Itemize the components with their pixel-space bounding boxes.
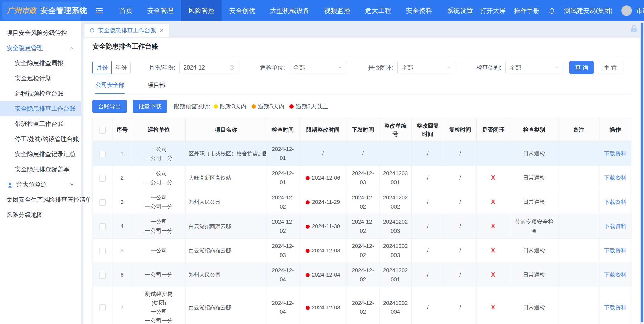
export-button[interactable]: 台账导出 xyxy=(92,100,127,113)
legend-item: 逾期5天内 xyxy=(252,103,284,110)
legend-dot xyxy=(252,104,256,109)
sidebar-item[interactable]: 项目安全风险分级管控 xyxy=(0,25,81,40)
download-link[interactable]: 下载资料 xyxy=(604,247,626,254)
column-header: 检查时间 xyxy=(266,118,299,142)
sidebar-item[interactable]: 安全隐患排查记录汇总 xyxy=(0,147,81,162)
row-checkbox[interactable] xyxy=(99,248,106,254)
period-year-button[interactable]: 年份 xyxy=(111,61,131,74)
chevron-down-icon xyxy=(554,65,559,70)
app-title: 安全管理系统 xyxy=(40,6,87,16)
sidebar-item[interactable]: 危大危险源 xyxy=(0,177,81,192)
nav-item[interactable]: 大型机械设备 xyxy=(263,0,317,21)
open-bigscreen-link[interactable]: 打开大屏 xyxy=(480,7,506,15)
period-month-button[interactable]: 月份 xyxy=(92,61,112,74)
tab-project-dept[interactable]: 项目部 xyxy=(148,81,165,94)
row-checkbox[interactable] xyxy=(99,199,106,206)
sidebar-item[interactable]: 集团安全生产风险排查管控清单 xyxy=(0,192,81,207)
row-checkbox[interactable] xyxy=(99,304,106,311)
nav-item[interactable]: 首页 xyxy=(112,0,140,21)
column-header: 是否闭环 xyxy=(476,118,510,142)
sidebar-item-label: 安全巡检计划 xyxy=(15,74,51,82)
sidebar-item-label: 安全隐患排查覆盖率 xyxy=(15,165,69,173)
reset-button[interactable]: 重 置 xyxy=(598,61,623,74)
page-title: 安全隐患排查工作台账 xyxy=(92,38,631,55)
avatar[interactable] xyxy=(621,5,632,16)
dept-tabs: 公司安全部 项目部 xyxy=(92,81,631,94)
unit-label: 巡检单位: xyxy=(260,64,285,72)
sidebar-item-label: 危大危险源 xyxy=(16,180,47,189)
lock-icon[interactable] xyxy=(629,24,638,34)
nav-item[interactable]: 安全创优 xyxy=(222,0,263,21)
download-link[interactable]: 下载资料 xyxy=(604,175,626,181)
tab-company-safety[interactable]: 公司安全部 xyxy=(95,81,125,94)
closed-status: X xyxy=(476,166,510,190)
vertical-scrollbar[interactable] xyxy=(641,23,643,322)
row-checkbox[interactable] xyxy=(99,151,106,157)
notifications-bell-icon[interactable] xyxy=(548,7,556,14)
tab-close-icon[interactable]: ✕ xyxy=(159,27,164,33)
row-checkbox[interactable] xyxy=(99,223,106,230)
toolbar: 台账导出 批量下载 限期预警说明: 限期3天内逾期5天内逾期5天以上 xyxy=(92,100,631,113)
overdue-dot xyxy=(306,200,310,204)
select-all-checkbox[interactable] xyxy=(99,127,106,134)
sidebar-item[interactable]: 风险分级地图 xyxy=(0,207,81,222)
refresh-icon[interactable] xyxy=(89,28,95,33)
nav-item[interactable]: 系统设置 xyxy=(439,0,480,21)
overdue-dot xyxy=(306,306,310,310)
closed-status: X xyxy=(476,214,510,239)
sidebar-item[interactable]: 安全隐患排查周报 xyxy=(0,56,81,71)
header-actions: 打开大屏 操作手册 测试建安易(集团) 市政集团安全部 xyxy=(480,5,644,16)
download-link[interactable]: 下载资料 xyxy=(604,272,626,278)
chevron-up-icon xyxy=(69,45,75,51)
closed-status: X xyxy=(476,190,510,214)
month-picker[interactable]: 2024-12 xyxy=(179,61,239,74)
unit-select[interactable]: 全部 xyxy=(289,61,347,74)
row-checkbox[interactable] xyxy=(99,175,106,182)
divider xyxy=(83,55,640,55)
sidebar-item-label: 带班检查工作台账 xyxy=(15,120,63,128)
search-button[interactable]: 查 询 xyxy=(569,61,594,74)
download-link[interactable]: 下载资料 xyxy=(604,304,626,311)
sidebar-item[interactable]: 停工/处罚/约谈管理台账 xyxy=(0,131,81,147)
sidebar-item[interactable]: 远程视频检查台账 xyxy=(0,86,81,101)
user-name[interactable]: 市政集团安全部 xyxy=(636,7,644,15)
nav-item[interactable]: 安全资料 xyxy=(399,0,439,21)
filter-bar: 月份 年份 月份/年份: 2024-12 巡检单位: 全部 是否闭环: xyxy=(92,61,631,74)
category-select[interactable]: 全部 xyxy=(505,61,563,74)
main-nav: 首页安全管理风险管控安全创优大型机械设备视频监控危大工程安全资料系统设置 xyxy=(112,0,480,21)
open-tab[interactable]: 安全隐患排查工作台账 ✕ xyxy=(84,24,169,37)
sidebar-item[interactable]: 带班检查工作台账 xyxy=(0,116,81,131)
batch-download-button[interactable]: 批量下载 xyxy=(133,100,167,113)
clock-icon xyxy=(229,65,235,70)
tenant-name[interactable]: 测试建安易(集团) xyxy=(564,7,613,15)
sidebar-item[interactable]: 安全巡检计划 xyxy=(0,71,81,86)
sidebar-item[interactable]: 安全隐患管理 xyxy=(0,40,81,56)
sidebar-item[interactable]: 安全隐患排查覆盖率 xyxy=(0,162,81,177)
download-link[interactable]: 下载资料 xyxy=(604,199,626,205)
column-header: 巡检单位 xyxy=(132,118,186,142)
records-table: 序号 巡检单位 项目名称 检查时间 限期整改时间 下发时间 整改单编号 整改回复… xyxy=(92,118,631,324)
row-checkbox[interactable] xyxy=(99,272,106,279)
legend-item: 限期3天内 xyxy=(214,103,246,110)
column-header: 复检时间 xyxy=(444,118,476,142)
chevron-down-icon xyxy=(338,65,343,70)
sidebar-collapse-icon[interactable] xyxy=(95,7,104,14)
download-link[interactable]: 下载资料 xyxy=(604,150,626,157)
closed-select[interactable]: 全部 xyxy=(397,61,455,74)
sidebar-item-label: 风险分级地图 xyxy=(7,211,43,219)
legend-dot xyxy=(214,104,218,109)
document-icon xyxy=(7,181,13,188)
sidebar-item-label: 安全隐患管理 xyxy=(7,44,43,52)
closed-status xyxy=(476,142,510,166)
nav-item[interactable]: 风险管控 xyxy=(181,0,222,21)
month-picker-value: 2024-12 xyxy=(184,64,205,71)
nav-item[interactable]: 危大工程 xyxy=(358,0,399,21)
nav-item[interactable]: 视频监控 xyxy=(317,0,358,21)
download-link[interactable]: 下载资料 xyxy=(604,223,626,229)
top-header: 广州市政 安全管理系统 首页安全管理风险管控安全创优大型机械设备视频监控危大工程… xyxy=(0,0,644,21)
overdue-dot xyxy=(306,225,310,229)
sidebar-item[interactable]: 安全隐患排查工作台账 xyxy=(0,101,81,116)
period-toggle: 月份 年份 xyxy=(92,61,131,74)
manual-link[interactable]: 操作手册 xyxy=(514,7,539,15)
nav-item[interactable]: 安全管理 xyxy=(140,0,181,21)
